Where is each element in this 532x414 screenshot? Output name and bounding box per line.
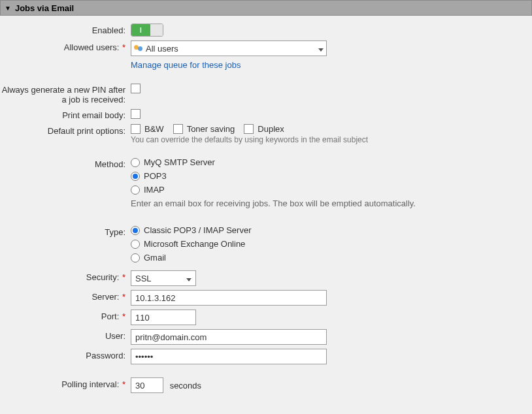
label-enabled: Enabled: bbox=[0, 24, 131, 35]
password-input[interactable] bbox=[131, 349, 327, 364]
polling-interval-input[interactable] bbox=[131, 377, 163, 393]
polling-unit: seconds bbox=[170, 381, 201, 390]
type-label-classic: Classic POP3 / IMAP Server bbox=[144, 225, 251, 235]
method-label-smtp: MyQ SMTP Server bbox=[144, 157, 215, 167]
label-method: Method: bbox=[0, 157, 131, 169]
method-info-text: Enter an email box for receiving jobs. T… bbox=[131, 199, 524, 208]
bw-checkbox[interactable] bbox=[131, 124, 141, 134]
duplex-label: Duplex bbox=[258, 124, 284, 134]
label-server: Server: bbox=[91, 292, 119, 302]
bw-label: B&W bbox=[144, 124, 164, 134]
type-radio-gmail[interactable] bbox=[131, 253, 140, 263]
chevron-down-icon bbox=[318, 44, 324, 54]
type-radio-exchange[interactable] bbox=[131, 240, 140, 249]
toner-saving-checkbox[interactable] bbox=[173, 124, 183, 134]
method-radio-pop3[interactable] bbox=[131, 172, 140, 181]
required-marker: * bbox=[120, 379, 125, 389]
label-default-print-options: Default print options: bbox=[0, 124, 131, 136]
security-value: SSL bbox=[135, 274, 152, 283]
section-header-jobs-via-email[interactable]: ▼ Jobs via Email bbox=[0, 0, 532, 16]
method-radio-smtp[interactable] bbox=[131, 158, 140, 167]
label-password: Password: bbox=[0, 349, 131, 360]
print-email-body-checkbox[interactable] bbox=[131, 109, 141, 119]
chevron-down-icon bbox=[186, 274, 191, 283]
label-allowed-users: Allowed users: bbox=[64, 42, 120, 52]
required-marker: * bbox=[120, 42, 125, 52]
allowed-users-select[interactable]: All users bbox=[131, 40, 327, 56]
manage-queue-link[interactable]: Manage queue for these jobs bbox=[131, 60, 241, 70]
settings-panel: Enabled: I Allowed users: * All users Ma… bbox=[0, 16, 532, 405]
method-label-pop3: POP3 bbox=[144, 171, 167, 181]
label-print-email-body: Print email body: bbox=[0, 108, 131, 120]
required-marker: * bbox=[120, 292, 125, 302]
server-input[interactable] bbox=[131, 290, 327, 306]
label-security: Security: bbox=[86, 272, 120, 282]
label-polling-interval: Polling interval: bbox=[61, 379, 119, 389]
duplex-checkbox[interactable] bbox=[244, 124, 254, 134]
enabled-toggle[interactable]: I bbox=[131, 24, 163, 37]
label-pin-after-job: Always generate a new PIN after a job is… bbox=[0, 83, 131, 104]
toggle-off-indicator bbox=[150, 24, 163, 36]
toner-saving-label: Toner saving bbox=[187, 124, 235, 134]
toggle-on-indicator: I bbox=[131, 24, 150, 36]
type-label-exchange: Microsoft Exchange Online bbox=[144, 239, 245, 249]
label-type: Type: bbox=[0, 225, 131, 237]
allowed-users-value: All users bbox=[146, 44, 178, 54]
type-radio-classic[interactable] bbox=[131, 226, 140, 235]
pin-after-job-checkbox[interactable] bbox=[131, 84, 141, 93]
type-label-gmail: Gmail bbox=[144, 253, 166, 263]
collapse-arrow-icon: ▼ bbox=[5, 5, 11, 12]
security-select[interactable]: SSL bbox=[131, 270, 196, 286]
required-marker: * bbox=[120, 311, 125, 321]
method-radio-imap[interactable] bbox=[131, 185, 140, 195]
section-title: Jobs via Email bbox=[15, 3, 74, 13]
label-user: User: bbox=[0, 329, 131, 341]
default-print-hint: You can override the defaults by using k… bbox=[131, 135, 524, 144]
required-marker: * bbox=[120, 272, 125, 282]
port-input[interactable] bbox=[131, 310, 196, 325]
user-input[interactable] bbox=[131, 329, 327, 345]
label-port: Port: bbox=[101, 311, 119, 321]
users-icon bbox=[134, 44, 143, 53]
method-label-imap: IMAP bbox=[144, 185, 165, 195]
